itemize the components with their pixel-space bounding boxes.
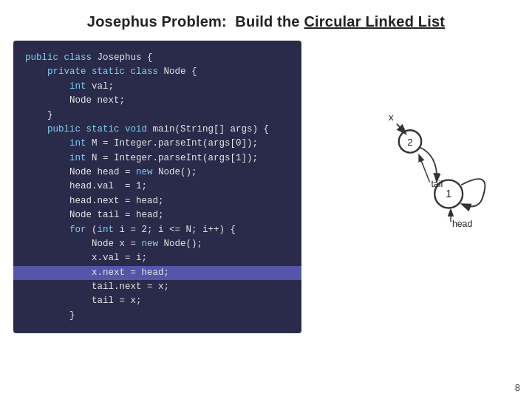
- head-label: head: [452, 219, 473, 229]
- code-line: private static class Node {: [25, 65, 290, 79]
- code-line: Node next;: [25, 94, 290, 108]
- code-line: Node x = new Node();: [25, 237, 290, 251]
- node2-to-node1-arrow: [419, 147, 437, 181]
- code-line: Node tail = head;: [25, 208, 290, 222]
- code-line: int N = Integer.parseInt(args[1]);: [25, 151, 290, 166]
- code-line: }: [25, 309, 290, 323]
- tail-arrow: [419, 155, 429, 182]
- slide-title: Josephus Problem: Build the Circular Lin…: [0, 0, 532, 38]
- code-panel: public class Josephus { private static c…: [13, 41, 301, 333]
- code-line: public class Josephus {: [25, 51, 290, 65]
- node2-label: 2: [407, 137, 412, 148]
- self-loop-arrow: [461, 179, 485, 206]
- code-line: tail = x;: [25, 294, 290, 308]
- x-label: x: [389, 112, 394, 123]
- page-number: 8: [515, 382, 520, 393]
- code-line: for (int i = 2; i <= N; i++) {: [25, 223, 290, 237]
- code-line: }: [25, 109, 290, 123]
- code-line: tail.next = x;: [25, 280, 290, 294]
- code-line: int M = Integer.parseInt(args[0]);: [25, 137, 290, 151]
- diagram-area: 1 2 x tail head: [301, 41, 519, 333]
- code-line: public static void main(String[] args) {: [25, 123, 290, 137]
- diagram-svg: 1 2 x tail head: [301, 41, 519, 333]
- x-to-node2-arrow: [397, 124, 405, 133]
- code-line: Node head = new Node();: [25, 166, 290, 180]
- code-line: head.next = head;: [25, 194, 290, 208]
- code-line: x.val = i;: [25, 251, 290, 265]
- code-line: int val;: [25, 80, 290, 94]
- code-line: x.next = head;: [13, 266, 301, 280]
- node1-label: 1: [446, 188, 451, 200]
- code-line: head.val = 1;: [25, 180, 290, 194]
